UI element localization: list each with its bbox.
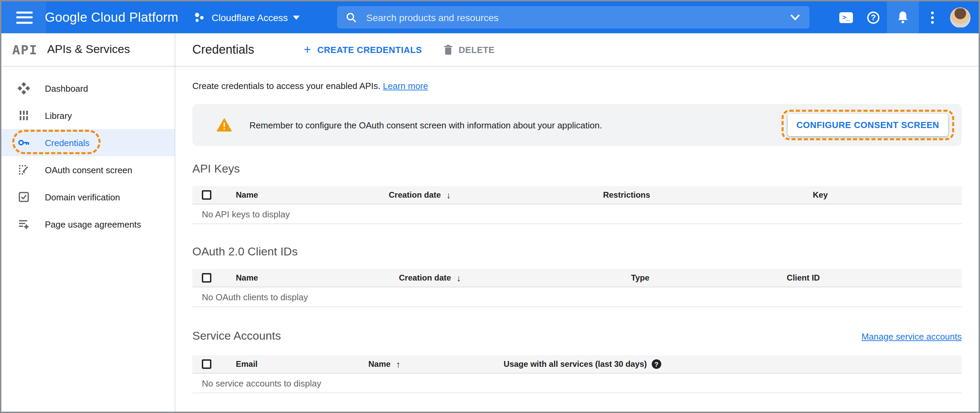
consent-screen-icon — [18, 164, 30, 176]
select-all-checkbox[interactable] — [202, 273, 212, 283]
chevron-down-icon — [293, 15, 300, 19]
terminal-icon: >_ — [839, 12, 853, 23]
column-header-name[interactable]: Name — [236, 273, 399, 283]
sort-asc-icon: ↑ — [396, 359, 400, 369]
configure-consent-screen-button[interactable]: CONFIGURE CONSENT SCREEN — [788, 114, 948, 136]
section-title-service-accounts: Service Accounts — [192, 329, 281, 343]
sidebar: API APIs & Services — [2, 33, 175, 411]
api-keys-table-header: Name Creation date ↓ Restrictions Key — [192, 186, 962, 205]
service-accounts-empty-row: No service accounts to display — [192, 373, 962, 393]
oauth-clients-empty-row: No OAuth clients to display — [192, 288, 962, 307]
help-button[interactable]: ? — [860, 2, 887, 33]
bell-icon — [897, 11, 908, 24]
column-header-name[interactable]: Name ↑ — [368, 359, 504, 369]
key-icon — [18, 137, 30, 149]
vertical-dots-icon — [931, 11, 934, 24]
agreements-icon — [18, 218, 30, 230]
api-logo: API — [12, 42, 38, 57]
column-header-email[interactable]: Email — [236, 359, 368, 369]
sidebar-item-domain-verification[interactable]: Domain verification — [2, 183, 175, 211]
trash-icon — [444, 44, 453, 55]
sidebar-item-label: Library — [45, 110, 72, 121]
cloud-shell-button[interactable]: >_ — [832, 2, 860, 33]
sidebar-item-dashboard[interactable]: Dashboard — [2, 75, 175, 102]
sidebar-item-label: Dashboard — [45, 83, 88, 94]
browser-viewport: Google Cloud Platform Cloudflare Access … — [0, 0, 980, 413]
create-credentials-button[interactable]: + CREATE CREDENTIALS — [304, 43, 422, 56]
dashboard-icon — [18, 82, 30, 94]
sidebar-item-label: Credentials — [45, 138, 90, 148]
sidebar-item-page-usage-agreements[interactable]: Page usage agreements — [2, 211, 175, 238]
oauth-clients-table: Name Creation date ↓ Type Client ID No O… — [192, 269, 962, 307]
page-title: Credentials — [192, 43, 254, 57]
column-header-key[interactable]: Key — [708, 190, 932, 200]
page-content: Create credentials to access your enable… — [175, 67, 978, 411]
api-keys-empty-row: No API keys to display — [192, 205, 962, 224]
sidebar-item-library[interactable]: Library — [2, 102, 175, 129]
column-header-creation-date[interactable]: Creation date ↓ — [389, 190, 545, 200]
library-icon — [18, 110, 30, 122]
help-icon[interactable]: ? — [652, 359, 661, 369]
oauth-clients-table-header: Name Creation date ↓ Type Client ID — [192, 269, 962, 288]
sidebar-item-label: Page usage agreements — [45, 219, 141, 229]
help-icon: ? — [867, 11, 880, 24]
warning-icon — [217, 118, 232, 132]
column-header-restrictions[interactable]: Restrictions — [545, 190, 708, 200]
product-logo[interactable]: Google Cloud Platform — [45, 10, 178, 25]
section-title-oauth-clients: OAuth 2.0 Client IDs — [192, 245, 962, 259]
section-title-api-keys: API Keys — [192, 162, 962, 176]
project-logo-icon — [193, 11, 205, 24]
domain-verification-icon — [18, 191, 30, 203]
menu-icon[interactable] — [16, 11, 33, 24]
main-panel: Credentials + CREATE CREDENTIALS DELETE — [175, 33, 978, 411]
account-avatar[interactable] — [950, 7, 970, 27]
select-all-checkbox[interactable] — [202, 190, 212, 200]
sort-desc-icon: ↓ — [457, 273, 461, 283]
search-bar[interactable] — [337, 6, 810, 29]
notifications-button[interactable] — [887, 2, 919, 33]
project-name: Cloudflare Access — [212, 12, 288, 23]
column-header-creation-date[interactable]: Creation date ↓ — [399, 273, 555, 283]
api-keys-table: Name Creation date ↓ Restrictions Key No… — [192, 186, 962, 224]
sidebar-header: API APIs & Services — [2, 33, 175, 67]
sidebar-item-label: Domain verification — [45, 192, 120, 202]
project-selector[interactable]: Cloudflare Access — [193, 11, 300, 24]
sidebar-item-credentials[interactable]: Credentials — [2, 129, 175, 156]
search-icon — [346, 12, 357, 23]
manage-service-accounts-link[interactable]: Manage service accounts — [861, 331, 962, 342]
more-options-button[interactable] — [919, 2, 946, 33]
column-header-type[interactable]: Type — [555, 273, 725, 283]
intro-text: Create credentials to access your enable… — [192, 81, 962, 91]
column-header-client-id[interactable]: Client ID — [725, 273, 881, 283]
tutorial-highlight-outline: CONFIGURE CONSENT SCREEN — [781, 110, 954, 140]
sidebar-item-oauth-consent-screen[interactable]: OAuth consent screen — [2, 156, 175, 183]
search-input[interactable] — [365, 11, 791, 24]
appbar: Google Cloud Platform Cloudflare Access … — [2, 2, 978, 33]
service-accounts-table-header: Email Name ↑ Usage with all services (la… — [192, 355, 962, 373]
sidebar-item-label: OAuth consent screen — [45, 165, 132, 175]
column-header-name[interactable]: Name — [236, 190, 389, 200]
sidebar-nav: Dashboard Library — [2, 67, 175, 238]
sort-desc-icon: ↓ — [446, 190, 450, 200]
plus-icon: + — [304, 43, 311, 56]
sidebar-title: APIs & Services — [47, 43, 130, 56]
column-header-usage[interactable]: Usage with all services (last 30 days) ? — [504, 359, 661, 369]
learn-more-link[interactable]: Learn more — [383, 81, 428, 91]
page-toolbar: Credentials + CREATE CREDENTIALS DELETE — [175, 33, 978, 67]
consent-warning-banner: Remember to configure the OAuth consent … — [192, 104, 962, 146]
appbar-actions: >_ ? — [832, 2, 970, 33]
search-expand-chevron-icon[interactable] — [791, 14, 800, 21]
delete-button[interactable]: DELETE — [444, 44, 495, 55]
service-accounts-table: Email Name ↑ Usage with all services (la… — [192, 355, 962, 393]
select-all-checkbox[interactable] — [202, 359, 212, 369]
banner-message: Remember to configure the OAuth consent … — [250, 120, 602, 130]
